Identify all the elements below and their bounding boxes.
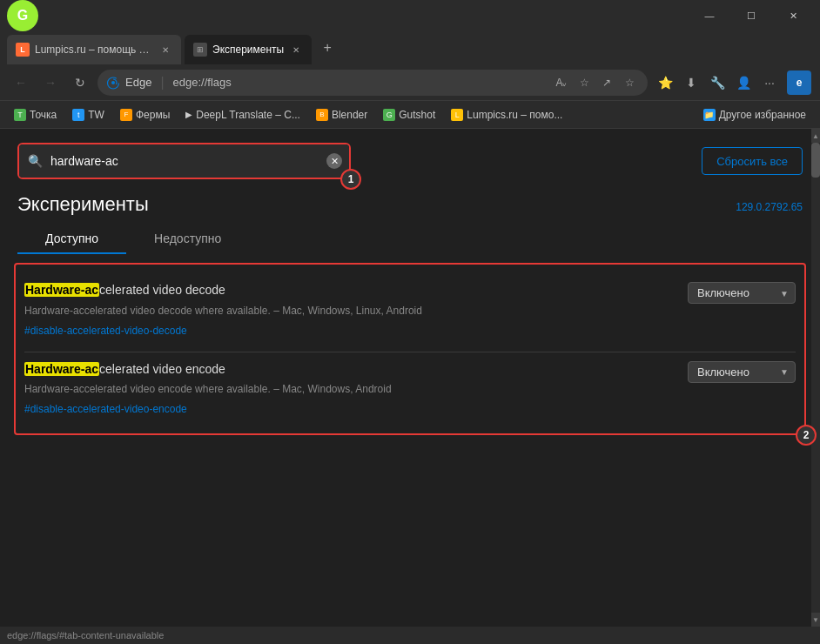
more-menu-icon[interactable]: ··· xyxy=(757,70,782,95)
bookmark-label-lumpics: Lumpics.ru – помо... xyxy=(467,109,562,121)
edge-icon xyxy=(106,76,120,90)
downloads-icon[interactable]: ⬇ xyxy=(679,70,703,95)
flags-page: 🔍 ✕ 1 Сбросить все Эксперименты 129.0.27… xyxy=(0,129,820,627)
flag-name-encode: Hardware-accelerated video encode xyxy=(24,361,674,379)
tab-favicon-experiments: ⊞ xyxy=(193,43,207,57)
flag-name-decode: Hardware-accelerated video decode xyxy=(24,282,674,299)
favorites-icon[interactable]: ☆ xyxy=(575,73,594,92)
statusbar-url: edge://flags/#tab-content-unavailable xyxy=(7,630,164,641)
flag-info-encode: Hardware-accelerated video encode Hardwa… xyxy=(24,361,674,417)
scrollbar-up-arrow[interactable]: ▲ xyxy=(811,129,820,143)
bookmark-deepl[interactable]: ▶ DeepL Translate – С... xyxy=(178,106,307,124)
search-area: 🔍 ✕ 1 Сбросить все xyxy=(0,129,820,179)
forward-button[interactable]: → xyxy=(38,70,63,95)
refresh-button[interactable]: ↻ xyxy=(68,70,92,95)
reset-all-button[interactable]: Сбросить все xyxy=(702,147,803,175)
tab-close-experiments[interactable]: ✕ xyxy=(289,43,303,57)
bookmark-label-blender: Blender xyxy=(332,109,367,121)
bookmark-lumpics[interactable]: L Lumpics.ru – помо... xyxy=(444,106,569,124)
address-brand: Edge xyxy=(125,76,151,89)
bookmarksbar: T Точка t TW F Фермы ▶ DeepL Translate –… xyxy=(0,101,820,129)
flag-select-encode[interactable]: По умолчанию Включено Отключено xyxy=(688,361,796,383)
scrollbar-thumb[interactable] xyxy=(811,143,820,178)
search-box-container: 🔍 ✕ 1 xyxy=(17,143,351,179)
address-bar-input[interactable]: Edge | edge://flags Aᵥ ☆ ↗ ☆ xyxy=(97,70,648,96)
close-button[interactable]: ✕ xyxy=(773,3,813,29)
flag-link-decode[interactable]: #disable-accelerated-video-decode xyxy=(24,325,187,337)
bookmark-blender[interactable]: B Blender xyxy=(309,106,374,124)
flag-select-wrap-encode: По умолчанию Включено Отключено ▼ xyxy=(688,361,796,383)
flag-desc-encode: Hardware-accelerated video encode where … xyxy=(24,381,674,397)
bookmark-favicon-blender: B xyxy=(316,109,328,121)
scrollbar-down-arrow[interactable]: ▼ xyxy=(811,613,820,627)
flag-link-encode[interactable]: #disable-accelerated-video-encode xyxy=(24,403,187,415)
address-action-icons: Aᵥ ☆ ↗ ☆ xyxy=(552,73,639,92)
bookmark-fermy[interactable]: F Фермы xyxy=(113,106,177,124)
share-icon[interactable]: ↗ xyxy=(597,73,616,92)
read-aloud-icon[interactable]: Aᵥ xyxy=(552,73,571,92)
bookmark-gutshot[interactable]: G Gutshot xyxy=(376,106,442,124)
extensions-icon[interactable]: 🔧 xyxy=(705,70,729,95)
scrollbar-track: ▲ ▼ xyxy=(811,129,820,627)
bookmark-label-fermy: Фермы xyxy=(136,109,170,121)
tabbar: L Lumpics.ru – помощь с компьюте... ✕ ⊞ … xyxy=(0,31,820,64)
titlebar: G — ☐ ✕ xyxy=(0,0,820,31)
tab-favicon-lumpics: L xyxy=(16,43,30,57)
page-header: Эксперименты 129.0.2792.65 xyxy=(0,179,820,216)
new-tab-button[interactable]: + xyxy=(315,36,339,60)
tab-unavailable[interactable]: Недоступно xyxy=(126,225,249,254)
results-area: Hardware-accelerated video decode Hardwa… xyxy=(14,263,806,435)
tab-available[interactable]: Доступно xyxy=(17,225,126,254)
bookmark-favicon-fermy: F xyxy=(120,109,132,121)
flag-control-decode: По умолчанию Включено Отключено ▼ xyxy=(688,282,796,304)
bookmark-favicon-gutshot: G xyxy=(383,109,395,121)
flags-tabs: Доступно Недоступно xyxy=(0,216,820,254)
flag-item-encode: Hardware-accelerated video encode Hardwa… xyxy=(24,352,796,426)
flag-control-encode: По умолчанию Включено Отключено ▼ xyxy=(688,361,796,383)
edge-sidebar-button[interactable]: e xyxy=(787,70,811,95)
bookmark-favicon-tw: t xyxy=(72,109,84,121)
flag-info-decode: Hardware-accelerated video decode Hardwa… xyxy=(24,282,674,338)
maximize-button[interactable]: ☐ xyxy=(731,3,771,29)
bookmark-favicon-tochka: T xyxy=(14,109,26,121)
profile-avatar[interactable]: G xyxy=(7,0,38,31)
addressbar: ← → ↻ Edge | edge://flags Aᵥ ☆ ↗ ☆ ⭐ ⬇ 🔧… xyxy=(0,64,820,101)
collections-icon[interactable]: ☆ xyxy=(620,73,639,92)
bookmark-label-gutshot: Gutshot xyxy=(399,109,435,121)
window-controls: — ☐ ✕ xyxy=(689,3,813,29)
tab-experiments[interactable]: ⊞ Эксперименты ✕ xyxy=(185,35,312,64)
page-title: Эксперименты xyxy=(17,193,149,216)
flag-name-suffix-encode: celerated video encode xyxy=(99,362,225,376)
bookmark-label-other: Другое избранное xyxy=(719,109,806,121)
search-icon: 🔍 xyxy=(28,154,43,168)
address-url: edge://flags xyxy=(173,76,547,89)
profile-icon[interactable]: 👤 xyxy=(731,70,756,95)
tab-title-experiments: Эксперименты xyxy=(212,44,284,56)
tab-close-lumpics[interactable]: ✕ xyxy=(158,43,172,57)
flag-highlight-decode: Hardware-ac xyxy=(24,283,99,297)
search-input[interactable] xyxy=(19,144,349,178)
svg-point-0 xyxy=(111,81,115,84)
badge-2: 2 xyxy=(796,425,817,446)
bookmark-tw[interactable]: t TW xyxy=(65,106,111,124)
tab-lumpics[interactable]: L Lumpics.ru – помощь с компьюте... ✕ xyxy=(7,35,181,64)
address-separator: | xyxy=(160,75,164,91)
search-clear-button[interactable]: ✕ xyxy=(326,153,342,169)
bookmark-favicon-other: 📁 xyxy=(703,109,716,121)
bookmark-tochka[interactable]: T Точка xyxy=(7,106,64,124)
flag-highlight-encode: Hardware-ac xyxy=(24,362,99,376)
minimize-button[interactable]: — xyxy=(689,3,729,29)
flag-select-decode[interactable]: По умолчанию Включено Отключено xyxy=(688,282,796,304)
statusbar: edge://flags/#tab-content-unavailable xyxy=(0,627,820,644)
bookmark-other[interactable]: 📁 Другое избранное xyxy=(696,106,813,124)
flag-select-wrap-decode: По умолчанию Включено Отключено ▼ xyxy=(688,282,796,304)
flag-name-suffix-decode: celerated video decode xyxy=(99,283,225,297)
tab-title-lumpics: Lumpics.ru – помощь с компьюте... xyxy=(35,44,153,56)
badge-1: 1 xyxy=(340,169,361,190)
favorites-toolbar-icon[interactable]: ⭐ xyxy=(653,70,677,95)
bookmark-label-deepl: DeepL Translate – С... xyxy=(196,109,300,121)
toolbar-icons: ⭐ ⬇ 🔧 👤 ··· e xyxy=(653,70,811,95)
back-button[interactable]: ← xyxy=(9,70,33,95)
bookmark-label-tochka: Точка xyxy=(30,109,57,121)
version-text: 129.0.2792.65 xyxy=(736,201,803,213)
